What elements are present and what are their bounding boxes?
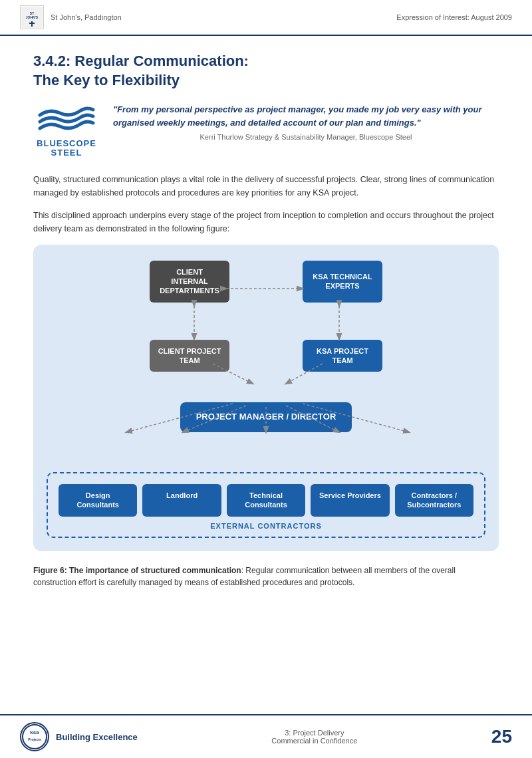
arrow-spacer-2 bbox=[47, 376, 485, 402]
quote-text: "From my personal perspective as project… bbox=[113, 103, 499, 129]
header-company-name: St John's, Paddington bbox=[51, 13, 122, 21]
external-label: EXTERNAL CONTRACTORS bbox=[59, 522, 473, 530]
company-logo: ST JOHN'S bbox=[20, 5, 44, 29]
box-client-team: CLIENT PROJECT TEAM bbox=[150, 340, 229, 372]
bluescope-logo: BLUESCOPE STEEL bbox=[33, 103, 100, 158]
middle-boxes-row: CLIENT PROJECT TEAM KSA PROJECT TEAM bbox=[47, 340, 485, 372]
ext-box-contractors: Contractors / Subcontractors bbox=[395, 484, 473, 517]
section-title: 3.4.2: Regular Communication: The Key to… bbox=[33, 52, 499, 90]
body-para1: Quality, structured communication plays … bbox=[33, 173, 499, 199]
main-content: 3.4.2: Regular Communication: The Key to… bbox=[0, 36, 532, 624]
external-box: Design Consultants Landlord Technical Co… bbox=[47, 472, 485, 538]
section-title-line2: The Key to Flexibility bbox=[33, 71, 499, 90]
bluescope-name: BLUESCOPE STEEL bbox=[37, 139, 96, 158]
ext-box-design: Design Consultants bbox=[59, 484, 137, 517]
top-boxes-row: CLIENT INTERNAL DEPTARTMENTS KSA TECHNIC… bbox=[47, 261, 485, 303]
header-doc-ref: Expression of Interest: August 2009 bbox=[396, 13, 512, 21]
footer-confidential: Commercial in Confidence bbox=[271, 737, 357, 745]
page-header: ST JOHN'S St John's, Paddington Expressi… bbox=[0, 0, 532, 36]
diagram-inner: CLIENT INTERNAL DEPTARTMENTS KSA TECHNIC… bbox=[47, 261, 485, 538]
quote-section: BLUESCOPE STEEL "From my personal perspe… bbox=[33, 103, 499, 158]
page-footer: ksa Projects Building Excellence 3: Proj… bbox=[0, 714, 532, 758]
bluescope-waves-icon bbox=[37, 103, 96, 136]
footer-tagline: Building Excellence bbox=[56, 732, 138, 742]
footer-page-number: 25 bbox=[491, 726, 512, 747]
quote-attribution: Kerri Thurlow Strategy & Sustainability … bbox=[113, 133, 499, 141]
box-client-internal: CLIENT INTERNAL DEPTARTMENTS bbox=[150, 261, 229, 303]
footer-section: 3: Project Delivery bbox=[271, 729, 357, 737]
quote-content: "From my personal perspective as project… bbox=[113, 103, 499, 141]
ext-box-technical: Technical Consultants bbox=[227, 484, 305, 517]
svg-text:Projects: Projects bbox=[28, 737, 41, 741]
diagram-container: CLIENT INTERNAL DEPTARTMENTS KSA TECHNIC… bbox=[33, 245, 499, 551]
box-ksa-team: KSA PROJECT TEAM bbox=[303, 340, 382, 372]
footer-center: 3: Project Delivery Commercial in Confid… bbox=[271, 729, 357, 745]
header-left: ST JOHN'S St John's, Paddington bbox=[20, 5, 122, 29]
svg-point-15 bbox=[23, 725, 47, 749]
figure-caption-label: Figure 6: The importance of structured c… bbox=[33, 566, 241, 575]
pm-row: PROJECT MANAGER / DIRECTOR bbox=[47, 402, 485, 432]
arrow-spacer-1 bbox=[47, 307, 485, 340]
ext-box-service: Service Providers bbox=[311, 484, 389, 517]
footer-left: ksa Projects Building Excellence bbox=[20, 722, 138, 751]
svg-text:ksa: ksa bbox=[30, 729, 39, 735]
box-pm: PROJECT MANAGER / DIRECTOR bbox=[180, 402, 352, 432]
body-para2: This disciplined approach underpins ever… bbox=[33, 209, 499, 235]
external-boxes-row: Design Consultants Landlord Technical Co… bbox=[59, 484, 473, 517]
arrow-spacer-3 bbox=[47, 436, 485, 465]
footer-logo: ksa Projects bbox=[20, 722, 49, 751]
figure-caption: Figure 6: The importance of structured c… bbox=[33, 565, 499, 588]
svg-text:JOHN'S: JOHN'S bbox=[26, 15, 39, 19]
ext-box-landlord: Landlord bbox=[142, 484, 221, 517]
box-ksa-experts: KSA TECHNICAL EXPERTS bbox=[303, 261, 382, 303]
